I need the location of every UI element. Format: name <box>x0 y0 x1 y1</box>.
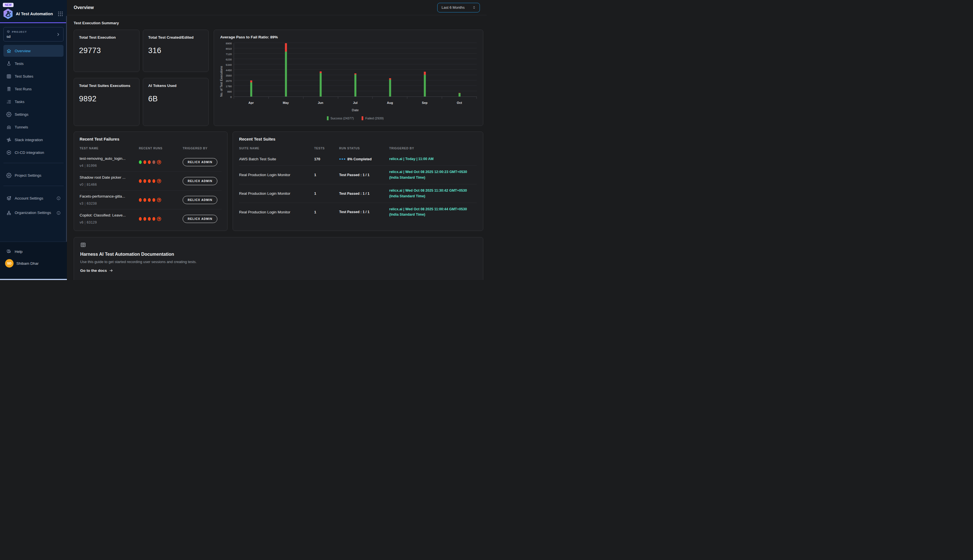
project-label: PROJECT <box>12 30 27 33</box>
sidebar-item-organization-settings[interactable]: Organization Settings <box>3 205 63 221</box>
run-dot[interactable] <box>148 217 151 221</box>
stat-label: Total Test Created/Edited <box>148 35 203 40</box>
sidebar-item-settings[interactable]: Settings <box>3 108 63 120</box>
user-profile[interactable]: SD Shibam Dhar <box>3 257 63 270</box>
suites-table-header: SUITE NAMETESTSRUN STATUSTRIGGERED BY <box>239 147 477 153</box>
bottom-accent-bar <box>0 279 67 280</box>
x-tick-label: Apr <box>234 101 268 105</box>
failure-row[interactable]: test-removing_auto_login... v4|81996 REL… <box>80 153 222 171</box>
avatar: SD <box>5 259 13 268</box>
triggered-by-button[interactable]: RELICX ADMIN <box>183 215 217 223</box>
run-dot[interactable] <box>148 198 151 202</box>
run-dot[interactable] <box>152 179 155 183</box>
run-dot[interactable] <box>152 217 155 221</box>
run-ring-dot[interactable] <box>157 198 161 202</box>
run-dot[interactable] <box>143 179 146 183</box>
suite-tests-count: 1 <box>314 173 339 177</box>
run-dot[interactable] <box>139 160 142 164</box>
run-ring-dot[interactable] <box>157 179 161 183</box>
x-tick-label: Aug <box>373 101 407 105</box>
sidebar-scrollbar[interactable] <box>66 16 67 242</box>
apps-grid-icon[interactable] <box>57 11 63 17</box>
info-icon <box>57 211 61 215</box>
run-dot[interactable] <box>148 179 151 183</box>
bar-apr[interactable] <box>234 43 269 97</box>
run-dot[interactable] <box>148 160 151 164</box>
column-header: TESTS <box>314 147 339 150</box>
bar-aug[interactable] <box>373 43 407 97</box>
tunnel-icon <box>6 125 12 130</box>
app-title: AI Test Automation <box>16 11 55 17</box>
sidebar: NEW AI Test Automation <box>0 0 67 280</box>
suite-triggered-by[interactable]: relicx.ai | Wed Oct 08 2025 11:00:44 GMT… <box>389 207 477 218</box>
date-range-select[interactable]: Last 6 Months <box>437 3 480 12</box>
suite-row[interactable]: Real Production Login Monitor 1 Test Pas… <box>239 203 477 221</box>
sidebar-item-test-runs[interactable]: Test Runs <box>3 83 63 95</box>
bar-jul[interactable] <box>338 43 373 97</box>
legend-swatch <box>362 116 363 120</box>
suite-row[interactable]: AWS Batch Test Suite 170 8% Completed re… <box>239 153 477 165</box>
suite-name: Real Production Login Monitor <box>239 210 314 214</box>
suite-row[interactable]: Real Production Login Monitor 1 Test Pas… <box>239 184 477 203</box>
stat-value: 6B <box>148 95 203 103</box>
sidebar-item-tests[interactable]: Tests <box>3 58 63 70</box>
sidebar-item-slack-integration[interactable]: Slack integration <box>3 134 63 146</box>
bar-jun[interactable] <box>303 43 338 97</box>
sidebar-item-test-suites[interactable]: Test Suites <box>3 70 63 82</box>
test-meta: v6|63129 <box>80 220 139 224</box>
bar-sep[interactable] <box>407 43 442 97</box>
pass-fail-chart-card: Average Pass to Fail Ratio: 89% No. of T… <box>214 30 483 126</box>
test-runs-icon <box>6 87 12 92</box>
docs-link-label: Go to the docs <box>80 268 107 273</box>
run-ring-dot[interactable] <box>157 160 161 164</box>
sidebar-item-account-settings[interactable]: Account Settings <box>3 192 63 204</box>
run-ring-dot[interactable] <box>157 217 161 221</box>
legend-item: Failed (2939) <box>362 116 383 120</box>
sidebar-item-overview[interactable]: Overview <box>3 45 63 57</box>
bar-may[interactable] <box>269 43 303 97</box>
sidebar-item-tunnels[interactable]: Tunnels <box>3 121 63 133</box>
triggered-by-button[interactable]: RELICX ADMIN <box>183 196 217 204</box>
run-dot[interactable] <box>139 179 142 183</box>
stat-card-2: Total Test Suites Executions 9892 <box>74 78 140 126</box>
chart-y-axis-label: No. of Test Executions <box>219 43 223 97</box>
gear-icon <box>6 112 12 117</box>
suite-triggered-by[interactable]: relicx.ai | Today | 11:00 AM <box>389 157 477 162</box>
chevron-right-icon <box>56 32 60 37</box>
run-dot[interactable] <box>139 198 142 202</box>
suite-triggered-by[interactable]: relicx.ai | Wed Oct 08 2025 11:30:42 GMT… <box>389 188 477 199</box>
suite-triggered-by[interactable]: relicx.ai | Wed Oct 08 2025 12:00:23 GMT… <box>389 169 477 180</box>
failures-title: Recent Test Failures <box>80 137 222 142</box>
run-dot[interactable] <box>143 217 146 221</box>
suite-row[interactable]: Real Production Login Monitor 1 Test Pas… <box>239 165 477 184</box>
date-range-value: Last 6 Months <box>442 5 465 10</box>
sidebar-scroll-area: NEW AI Test Automation <box>0 0 67 242</box>
stat-label: Total Test Suites Executions <box>79 83 134 88</box>
sidebar-item-help[interactable]: Help <box>3 246 63 257</box>
failure-row[interactable]: Shadow root Date picker ... v0|81466 REL… <box>80 171 222 190</box>
user-name: Shibam Dhar <box>17 262 39 266</box>
test-name: Copilot: Classified: Leave... <box>80 213 139 217</box>
run-dot[interactable] <box>143 160 146 164</box>
bar-oct[interactable] <box>442 43 477 97</box>
chart-x-axis-ticks <box>234 97 477 99</box>
run-dot[interactable] <box>152 160 155 164</box>
column-header: TRIGGERED BY <box>389 147 477 150</box>
triggered-by-button[interactable]: RELICX ADMIN <box>183 177 217 185</box>
stat-value: 29773 <box>79 46 134 55</box>
suite-name: AWS Batch Test Suite <box>239 157 314 161</box>
sidebar-item-tasks[interactable]: Tasks <box>3 96 63 108</box>
run-dot[interactable] <box>139 217 142 221</box>
failure-row[interactable]: Facets-performance-gitla... v3|63238 REL… <box>80 190 222 209</box>
project-selector[interactable]: PROJECT sd <box>3 27 63 42</box>
help-chat-icon <box>6 249 12 254</box>
sidebar-item-ci-cd-integration[interactable]: CI-CD integration <box>3 147 63 158</box>
sidebar-item-project-settings[interactable]: Project Settings <box>3 169 63 181</box>
run-dot[interactable] <box>152 198 155 202</box>
failure-row[interactable]: Copilot: Classified: Leave... v6|63129 R… <box>80 209 222 228</box>
triggered-by-button[interactable]: RELICX ADMIN <box>183 158 217 166</box>
arrow-right-icon <box>109 268 113 273</box>
go-to-docs-link[interactable]: Go to the docs <box>80 268 113 273</box>
help-label: Help <box>15 250 23 254</box>
run-dot[interactable] <box>143 198 146 202</box>
